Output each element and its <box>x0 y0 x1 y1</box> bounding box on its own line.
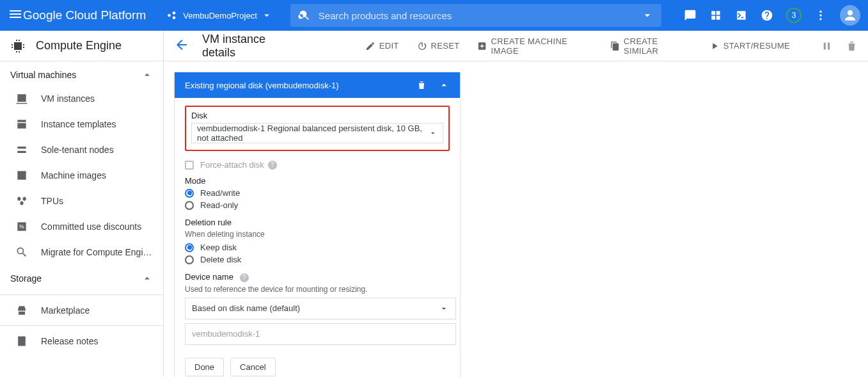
sidebar-item-sole-tenant[interactable]: Sole-tenant nodes <box>0 137 163 163</box>
main-content: VM instance details EDIT RESET CREATE MA… <box>164 31 868 377</box>
chevron-down-icon <box>439 303 449 314</box>
arrow-back-icon <box>174 37 189 52</box>
help-icon[interactable]: ? <box>268 161 277 170</box>
top-header: Google Cloud Platform VembuDemoProject 3 <box>0 0 868 31</box>
help-icon <box>761 9 773 22</box>
account-avatar[interactable] <box>840 5 860 26</box>
sidebar-product-header[interactable]: Compute Engine <box>0 31 163 61</box>
create-machine-image-button[interactable]: CREATE MACHINE IMAGE <box>477 36 592 56</box>
checkbox-icon <box>185 161 194 170</box>
start-resume-button[interactable]: START/RESUME <box>709 41 790 51</box>
svg-point-0 <box>168 14 171 17</box>
project-name: VembuDemoProject <box>183 11 257 20</box>
notifications-button[interactable]: 3 <box>786 8 801 23</box>
notification-badge: 3 <box>786 8 801 23</box>
chevron-up-icon <box>141 273 153 284</box>
deletion-label: Deletion rule <box>185 218 450 227</box>
deletion-keep-radio[interactable]: Keep disk <box>185 243 450 252</box>
tpu-icon <box>15 195 28 207</box>
svg-point-4 <box>819 14 821 16</box>
panel-title: Existing regional disk (vembudemodisk-1) <box>185 81 405 90</box>
person-icon <box>842 8 858 23</box>
sidebar-section-storage[interactable]: Storage <box>0 265 163 289</box>
sidebar-item-instance-templates[interactable]: Instance templates <box>0 111 163 137</box>
terminal-icon <box>735 9 748 22</box>
cancel-button[interactable]: Cancel <box>230 358 275 376</box>
trash-icon[interactable] <box>416 80 427 90</box>
gift-button[interactable] <box>709 9 722 22</box>
hamburger-menu[interactable] <box>8 6 23 24</box>
project-selector[interactable]: VembuDemoProject <box>161 7 278 24</box>
mode-label: Mode <box>185 176 450 186</box>
sidebar-item-tpus[interactable]: TPUs <box>0 188 163 214</box>
delete-icon[interactable] <box>846 40 858 52</box>
product-title: Compute Engine <box>36 39 122 52</box>
copy-icon <box>610 41 620 51</box>
chevron-down-icon <box>429 128 438 138</box>
back-button[interactable] <box>174 37 189 55</box>
chevron-up-icon[interactable] <box>438 79 450 91</box>
disk-select[interactable]: vembudemodisk-1 Regional balanced persis… <box>191 123 443 143</box>
more-button[interactable] <box>814 9 827 22</box>
done-button[interactable]: Done <box>185 358 224 376</box>
mode-readonly-radio[interactable]: Read-only <box>185 200 450 210</box>
deletion-delete-radio[interactable]: Delete disk <box>185 255 450 264</box>
reset-button[interactable]: RESET <box>417 41 460 51</box>
radio-icon <box>185 201 194 210</box>
menu-icon <box>8 6 23 22</box>
radio-icon <box>185 243 194 252</box>
search-icon <box>298 9 311 22</box>
image-icon <box>15 169 28 182</box>
help-button[interactable] <box>761 9 773 22</box>
plus-box-icon <box>477 41 487 51</box>
device-name-select[interactable]: Based on disk name (default) <box>185 298 456 319</box>
instance-icon <box>15 92 28 105</box>
chat-button[interactable] <box>684 9 697 22</box>
sidebar: Compute Engine Virtual machines VM insta… <box>0 31 164 377</box>
svg-point-2 <box>173 17 176 20</box>
deletion-help: When deleting instance <box>185 230 450 239</box>
cloudshell-button[interactable] <box>735 9 748 22</box>
compute-engine-icon <box>10 38 26 54</box>
percent-icon: % <box>15 220 28 233</box>
force-attach-checkbox[interactable]: Force-attach disk ? <box>185 160 450 170</box>
search-box[interactable] <box>290 4 661 27</box>
mode-readwrite-radio[interactable]: Read/write <box>185 188 450 198</box>
help-icon[interactable]: ? <box>240 273 249 282</box>
device-name-help: Used to reference the device for mountin… <box>185 285 450 294</box>
sidebar-item-migrate[interactable]: Migrate for Compute Engi… <box>0 239 163 265</box>
panel-header: Existing regional disk (vembudemodisk-1) <box>175 72 460 98</box>
sidebar-section-vm[interactable]: Virtual machines <box>0 61 163 86</box>
notes-icon <box>15 335 28 348</box>
page-toolbar: VM instance details EDIT RESET CREATE MA… <box>164 31 868 61</box>
sidebar-item-release-notes[interactable]: Release notes <box>0 325 163 356</box>
svg-point-5 <box>819 18 821 20</box>
sidebar-item-marketplace[interactable]: Marketplace <box>0 294 163 325</box>
sidebar-item-vm-instances[interactable]: VM instances <box>0 86 163 111</box>
edit-button[interactable]: EDIT <box>365 41 399 51</box>
radio-icon <box>185 189 194 198</box>
chevron-up-icon <box>141 69 153 81</box>
radio-icon <box>185 255 194 264</box>
pause-icon[interactable] <box>821 40 833 52</box>
node-icon <box>15 143 28 156</box>
power-icon <box>417 41 427 51</box>
marketplace-icon <box>15 304 28 317</box>
pencil-icon <box>365 41 375 51</box>
project-icon <box>166 10 178 21</box>
svg-point-3 <box>819 11 821 13</box>
gift-icon <box>709 9 722 22</box>
sidebar-item-machine-images[interactable]: Machine images <box>0 163 163 188</box>
play-icon <box>709 41 720 51</box>
sidebar-item-committed-use[interactable]: % Committed use discounts <box>0 214 163 239</box>
search-icon <box>15 246 28 259</box>
svg-text:%: % <box>19 223 24 230</box>
chevron-down-icon[interactable] <box>641 9 654 22</box>
svg-point-1 <box>173 12 176 15</box>
create-similar-button[interactable]: CREATE SIMILAR <box>610 36 691 56</box>
device-name-value: vembudemodisk-1 <box>185 323 456 345</box>
gcp-logo-text[interactable]: Google Cloud Platform <box>23 8 146 22</box>
page-title: VM instance details <box>202 33 297 60</box>
search-input[interactable] <box>319 10 641 21</box>
chevron-down-icon <box>261 10 272 21</box>
